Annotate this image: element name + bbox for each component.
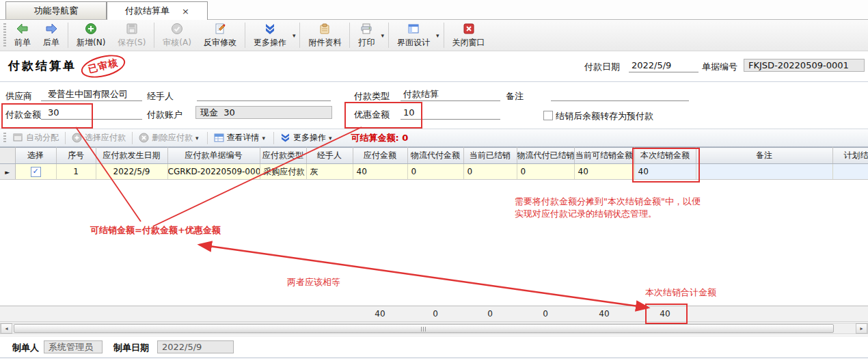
view-detail-button[interactable]: 查看详情 ▾ — [209, 132, 273, 144]
cell-type: 采购应付款 — [260, 164, 306, 180]
col-header-settleable-now[interactable]: 当前可结销金额 — [574, 148, 634, 164]
add-circle-icon — [85, 23, 97, 35]
cell-payable: 40 — [353, 164, 407, 180]
ui-design-button[interactable]: 界面设计 — [391, 21, 436, 50]
scroll-right-icon: ▸ — [860, 325, 863, 332]
col-header-seq[interactable]: 序号 — [56, 148, 96, 164]
delete-payable-button[interactable]: 删除应付款 ▾ — [134, 132, 206, 144]
annotation-formula: 可结销金额=付款金额+优惠金额 — [90, 224, 221, 237]
cell-settleable-now: 40 — [574, 164, 634, 180]
col-header-settled[interactable]: 当前已结销 — [463, 148, 517, 164]
document-header: 付款结算单 已审核 付款日期 2022/5/9 单据编号 FKJSD-20220… — [0, 52, 868, 81]
discount-field[interactable]: 10 — [401, 106, 500, 120]
col-header-logistics-pay[interactable]: 物流代付金额 — [407, 148, 463, 164]
total-settled: 0 — [463, 306, 517, 322]
footer-separator — [0, 336, 868, 336]
dropdown-caret-icon[interactable]: ▾ — [436, 32, 439, 39]
row-checkbox-checked-icon[interactable]: ✓ — [31, 167, 41, 177]
auto-allocate-button[interactable]: 自动分配 — [8, 132, 64, 144]
dropdown-caret-icon[interactable]: ▾ — [381, 32, 384, 39]
more-actions-button[interactable]: 更多操作 — [247, 21, 293, 50]
more-actions-group: 更多操作 ▾ — [247, 20, 298, 51]
next-doc-button[interactable]: 后单 — [37, 20, 66, 51]
col-header-remark[interactable]: 备注 — [696, 148, 832, 164]
prev-doc-button[interactable]: 前单 — [8, 20, 37, 51]
dropdown-caret-icon[interactable]: ▾ — [262, 135, 266, 142]
delete-circle-gray-icon — [139, 133, 149, 143]
col-header-doc-no[interactable]: 应付款单据编号 — [167, 148, 260, 164]
pay-date-field[interactable]: 2022/5/9 — [629, 59, 699, 72]
col-header-handler[interactable]: 经手人 — [306, 148, 353, 164]
button-label: 附件资料 — [308, 37, 341, 49]
grid-toolbar: 自动分配 选择应付款 删除应付款 ▾ 查看详情 ▾ — [0, 129, 868, 147]
close-window-icon — [463, 23, 475, 35]
remark-field[interactable] — [551, 88, 689, 101]
cell-settle-this-time[interactable]: 40 — [634, 164, 696, 180]
col-header-select[interactable]: 选择 — [15, 148, 56, 164]
cell-logistics-pay: 0 — [407, 164, 463, 180]
select-payable-button[interactable]: 选择应付款 — [67, 132, 131, 144]
settleable-amount-text: 可结算金额: 0 — [351, 132, 409, 144]
dropdown-caret-icon[interactable]: ▾ — [329, 135, 332, 142]
maker-label: 制单人 — [12, 342, 39, 354]
new-button[interactable]: 新增(N) — [70, 20, 111, 51]
toolbar-grip — [3, 23, 6, 47]
close-window-button[interactable]: 关闭窗口 — [446, 20, 491, 51]
button-label: 删除应付款 — [152, 132, 193, 144]
scrollbar-thumb[interactable] — [14, 324, 834, 333]
pay-type-label: 付款类型 — [354, 90, 390, 103]
cell-plan[interactable] — [832, 164, 868, 180]
button-label: 保存(S) — [118, 37, 146, 49]
audit-button[interactable]: 审核(A) — [157, 20, 198, 51]
button-label: 反审修改 — [204, 37, 236, 49]
tab-payment-settlement[interactable]: 付款结算单 × — [107, 1, 208, 20]
totals-row: 40 0 0 0 40 40 — [0, 306, 868, 322]
current-row-marker: ► — [0, 164, 15, 180]
print-button[interactable]: 打印 — [352, 21, 381, 50]
cell-handler: 灰 — [306, 164, 353, 180]
tab-function-navigation[interactable]: 功能导航窗 — [5, 1, 107, 19]
dropdown-caret-icon[interactable]: ▾ — [195, 135, 199, 142]
button-label: 审核(A) — [163, 37, 191, 49]
annotation-equal-text: 两者应该相等 — [287, 276, 340, 288]
cell-select: ✓ — [15, 164, 56, 180]
col-header-payable[interactable]: 应付金额 — [353, 148, 407, 164]
toolbar-separator — [388, 23, 389, 48]
scroll-left-button[interactable]: ◂ — [1, 323, 12, 334]
col-header-date[interactable]: 应付款发生日期 — [96, 148, 167, 164]
attachments-button[interactable]: 附件资料 — [302, 20, 347, 51]
save-button[interactable]: 保存(S) — [111, 20, 152, 51]
pay-account-label: 付款账户 — [147, 109, 182, 121]
supplier-field[interactable]: 爱普生中国有限公司 — [41, 88, 142, 101]
row-marker-icon: ► — [5, 169, 10, 176]
table-row[interactable]: ► ✓ 1 2022/5/9 CGRKD-20220509-0003 采购应付款… — [0, 164, 868, 180]
col-header-settle-this-time[interactable]: 本次结销金额 — [634, 148, 696, 164]
window-bottom-border — [0, 358, 868, 358]
col-header-type[interactable]: 应付款类型 — [260, 148, 306, 164]
clipboard-icon — [318, 23, 331, 35]
detail-table-icon — [214, 133, 224, 143]
cell-doc-no: CGRKD-20220509-0003 — [167, 164, 260, 180]
unaudit-modify-button[interactable]: 反审修改 — [198, 20, 243, 51]
total-payable: 40 — [353, 306, 407, 322]
grid-more-actions-button[interactable]: 更多操作 ▾ — [275, 132, 339, 144]
dropdown-caret-icon[interactable]: ▾ — [293, 32, 296, 39]
pay-type-field[interactable]: 付款结算 — [401, 88, 500, 101]
annotation-note-line2: 实现对应付款记录的结销状态管理。 — [515, 208, 657, 220]
form-area: 供应商 爱普生中国有限公司 经手人 付款类型 付款结算 备注 付款金额 30 付… — [0, 82, 868, 127]
scroll-right-button[interactable]: ▸ — [856, 323, 867, 334]
floppy-icon — [126, 23, 138, 35]
cell-remark[interactable] — [696, 164, 832, 180]
pay-amount-field[interactable]: 30 — [41, 106, 142, 120]
button-label: 查看详情 — [227, 132, 260, 144]
tab-label: 功能导航窗 — [34, 5, 79, 17]
button-label: 后单 — [43, 37, 59, 49]
toolbar-separator — [154, 23, 154, 48]
double-chevron-down-icon — [264, 23, 276, 35]
transfer-prepay-checkbox[interactable] — [543, 111, 553, 120]
col-header-plan[interactable]: 计划结算 — [832, 148, 868, 164]
make-date-field: 2022/5/9 — [157, 340, 234, 353]
col-header-logistics-settled[interactable]: 物流代付已结销 — [517, 148, 574, 164]
handler-field[interactable] — [197, 88, 331, 101]
close-tab-icon[interactable]: × — [182, 6, 189, 16]
